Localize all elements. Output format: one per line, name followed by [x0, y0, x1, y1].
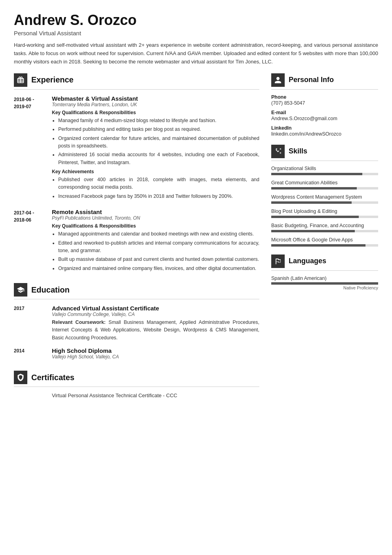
qual-heading: Key Qualifications & Responsibilities	[52, 110, 259, 115]
cert-entries: Virtual Personal Assistance Technical Ce…	[14, 392, 259, 398]
skill-bar-bg	[271, 187, 378, 189]
candidate-name: Andrew S. Orozco	[14, 12, 378, 28]
exp-company: PsyFi Publications Unlimited, Toronto, O…	[52, 215, 259, 221]
languages-list: Spanish (Latin American) Native Proficie…	[271, 276, 378, 290]
experience-icon	[14, 73, 27, 87]
skills-header: Skills	[271, 145, 378, 158]
experience-entry-1: 2017-04 - 2018-06 Remote Assistant PsyFi…	[14, 209, 259, 274]
education-section-header: Education	[14, 283, 259, 297]
languages-section: Languages Spanish (Latin American) Nativ…	[271, 255, 378, 290]
skill-name: Organizational Skills	[271, 166, 378, 171]
edu-degree: Advanced Virtual Assistant Certificate	[52, 305, 259, 312]
skill-bar-fill	[271, 244, 365, 247]
skill-bar-fill	[271, 173, 362, 175]
skills-title: Skills	[289, 147, 307, 155]
edu-year: 2017	[14, 305, 46, 342]
edu-year: 2014	[14, 347, 46, 361]
certificates-section: Certificates Virtual Personal Assistance…	[14, 371, 259, 398]
experience-section-header: Experience	[14, 73, 259, 87]
phone-block: Phone (707) 853-5047	[271, 94, 378, 106]
education-entry-0: 2017 Advanced Virtual Assistant Certific…	[14, 305, 259, 342]
edu-degree: High School Diploma	[52, 347, 259, 354]
ach-bullet: Increased Facebook page fans by 350% in …	[58, 193, 259, 200]
personal-info-icon	[271, 73, 285, 87]
skills-divider	[271, 161, 378, 161]
candidate-subtitle: Personal Virtual Assistant	[14, 30, 378, 36]
education-section: Education 2017 Advanced Virtual Assistan…	[14, 283, 259, 361]
email-value: Andrew.S.Orozco@gmail.com	[271, 116, 378, 121]
cert-spacer	[14, 392, 46, 398]
qual-bullet: Edited and reworked to-publish articles …	[58, 239, 259, 255]
languages-header: Languages	[271, 255, 378, 268]
linkedin-label: LinkedIn	[271, 125, 378, 131]
experience-title: Experience	[31, 75, 74, 84]
left-column: Experience 2018-06 - 2019-07 Webmaster &…	[14, 73, 259, 543]
skill-item-3: Blog Post Uploading & Editing	[271, 209, 378, 218]
skill-bar-fill	[271, 230, 355, 232]
skill-item-4: Basic Budgeting, Finance, and Accounting	[271, 223, 378, 232]
skill-bar-fill	[271, 216, 359, 218]
personal-info-header: Personal Info	[271, 73, 378, 87]
header: Andrew S. Orozco Personal Virtual Assist…	[14, 12, 378, 66]
qual-bullet: Organized content calendar for future ar…	[58, 135, 259, 150]
education-icon	[14, 283, 27, 297]
personal-info-section: Personal Info Phone (707) 853-5047 E-mai…	[271, 73, 378, 137]
skill-bar-bg	[271, 173, 378, 175]
exp-content: Webmaster & Virtual Assistant Tomterrany…	[52, 95, 259, 201]
skill-name: Wordpress Content Management System	[271, 194, 378, 200]
skill-name: Great Communication Abilities	[271, 180, 378, 186]
skill-bar-fill	[271, 201, 352, 204]
exp-dates: 2017-04 - 2018-06	[14, 209, 46, 274]
resume-page: Andrew S. Orozco Personal Virtual Assist…	[0, 0, 392, 555]
cert-entry-0: Virtual Personal Assistance Technical Ce…	[14, 392, 259, 398]
skills-list: Organizational Skills Great Communicatio…	[271, 166, 378, 247]
languages-icon	[271, 255, 285, 268]
education-divider	[14, 299, 259, 299]
edu-coursework: Relevant Coursework: Small Business Mana…	[52, 319, 259, 342]
qual-list: Managed appointments and calendar and bo…	[52, 230, 259, 272]
certificates-divider	[14, 387, 259, 387]
personal-info-title: Personal Info	[289, 76, 334, 84]
experience-entries: 2018-06 - 2019-07 Webmaster & Virtual As…	[14, 95, 259, 274]
certificates-section-header: Certificates	[14, 371, 259, 384]
edu-content: Advanced Virtual Assistant Certificate V…	[52, 305, 259, 342]
skill-bar-bg	[271, 244, 378, 247]
skill-item-0: Organizational Skills	[271, 166, 378, 175]
skills-section: Skills Organizational Skills Great Commu…	[271, 145, 378, 247]
achievements-heading: Key Achievements	[52, 169, 259, 174]
certificates-title: Certificates	[31, 373, 74, 382]
edu-school: Vallejo Community College, Vallejo, CA	[52, 312, 259, 317]
phone-value: (707) 853-5047	[271, 100, 378, 106]
skill-bar-bg	[271, 216, 378, 218]
main-layout: Experience 2018-06 - 2019-07 Webmaster &…	[14, 73, 378, 543]
cert-text: Virtual Personal Assistance Technical Ce…	[52, 392, 177, 398]
skill-name: Microsoft Office & Google Drive Apps	[271, 237, 378, 243]
qual-bullet: Built up massive database of past and cu…	[58, 256, 259, 263]
skill-item-5: Microsoft Office & Google Drive Apps	[271, 237, 378, 247]
achievements-list: Published over 400 articles in 2018, com…	[52, 176, 259, 200]
exp-content: Remote Assistant PsyFi Publications Unli…	[52, 209, 259, 274]
languages-divider	[271, 270, 378, 271]
edu-school: Vallejo High School, Vallejo, CA	[52, 354, 259, 360]
exp-job-title: Webmaster & Virtual Assistant	[52, 95, 259, 102]
skill-item-1: Great Communication Abilities	[271, 180, 378, 189]
qual-bullet: Organized and maintained online company …	[58, 265, 259, 272]
education-entries: 2017 Advanced Virtual Assistant Certific…	[14, 305, 259, 361]
lang-level: Native Proficiency	[271, 285, 378, 290]
education-entry-1: 2014 High School Diploma Vallejo High Sc…	[14, 347, 259, 361]
phone-label: Phone	[271, 94, 378, 100]
skill-bar-bg	[271, 201, 378, 204]
languages-title: Languages	[289, 257, 326, 265]
experience-entry-0: 2018-06 - 2019-07 Webmaster & Virtual As…	[14, 95, 259, 201]
exp-dates: 2018-06 - 2019-07	[14, 95, 46, 201]
qual-bullet: Managed family of 4 medium-sized blogs r…	[58, 117, 259, 124]
skills-icon	[271, 145, 285, 158]
qual-bullet: Managed appointments and calendar and bo…	[58, 230, 259, 238]
skill-bar-bg	[271, 230, 378, 232]
skill-item-2: Wordpress Content Management System	[271, 194, 378, 204]
education-title: Education	[31, 285, 70, 295]
experience-divider	[14, 89, 259, 90]
right-column: Personal Info Phone (707) 853-5047 E-mai…	[271, 73, 378, 543]
lang-bar-fill	[271, 282, 378, 285]
qual-bullet: Administered 16 social media accounts fo…	[58, 151, 259, 166]
